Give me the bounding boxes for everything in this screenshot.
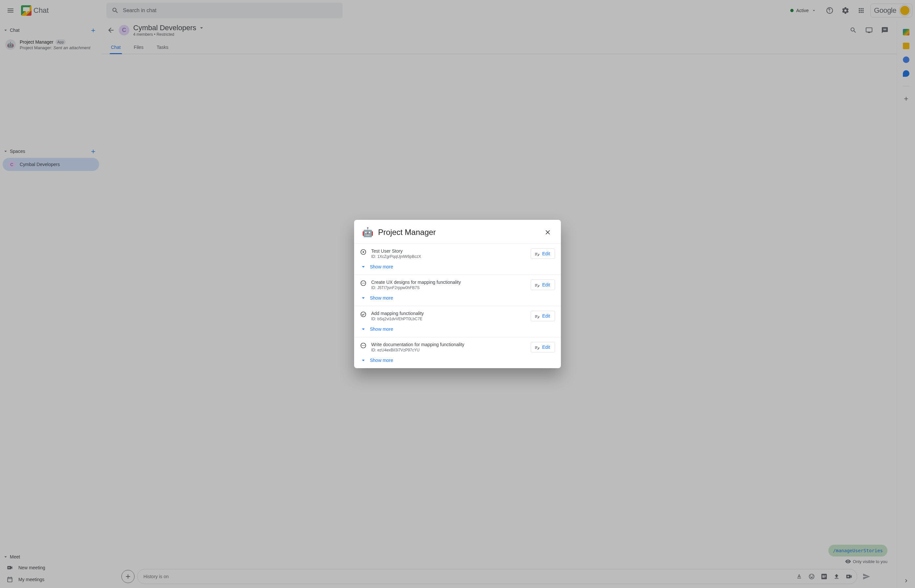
story-title: Write documentation for mapping function… xyxy=(371,342,526,347)
edit-story-button[interactable]: Edit xyxy=(531,311,555,321)
svg-point-1 xyxy=(362,283,363,283)
show-more-button[interactable]: Show more xyxy=(360,326,555,333)
show-more-button[interactable]: Show more xyxy=(360,263,555,270)
show-more-button[interactable]: Show more xyxy=(360,295,555,301)
dialog-header: 🤖 Project Manager xyxy=(354,220,561,244)
show-more-button[interactable]: Show more xyxy=(360,357,555,363)
story-card: Test User StoryID: 1XcZgrPqqUjnlW6pBczXE… xyxy=(354,244,561,275)
dialog-title: Project Manager xyxy=(378,228,436,237)
story-card: Create UX designs for mapping functional… xyxy=(354,275,561,306)
story-id: ID: bSq2vi1dvVEhPT0LbC7E xyxy=(371,317,526,321)
edit-story-button[interactable]: Edit xyxy=(531,342,555,352)
story-status-icon xyxy=(360,280,367,286)
svg-point-7 xyxy=(363,345,364,346)
story-title: Add mapping functionality xyxy=(371,311,526,316)
story-status-icon xyxy=(360,342,367,349)
story-title: Test User Story xyxy=(371,249,526,254)
story-status-icon xyxy=(360,311,367,318)
close-icon xyxy=(544,229,551,236)
svg-point-2 xyxy=(363,283,364,283)
edit-story-button[interactable]: Edit xyxy=(531,249,555,259)
story-id: ID: J5TI7jsnF2rppw0hFB7S xyxy=(371,286,526,290)
svg-point-6 xyxy=(362,345,363,346)
edit-story-button[interactable]: Edit xyxy=(531,279,555,290)
svg-point-3 xyxy=(364,283,365,283)
svg-point-4 xyxy=(361,312,366,317)
story-status-icon xyxy=(360,249,367,255)
story-id: ID: ezU4exBiI3i7VzP97cYU xyxy=(371,348,526,352)
story-title: Create UX designs for mapping functional… xyxy=(371,279,526,285)
story-card: Write documentation for mapping function… xyxy=(354,337,561,368)
story-id: ID: 1XcZgrPqqUjnlW6pBczX xyxy=(371,254,526,259)
story-card: Add mapping functionalityID: bSq2vi1dvVE… xyxy=(354,306,561,337)
robot-icon: 🤖 xyxy=(362,228,373,237)
close-button[interactable] xyxy=(543,227,553,237)
svg-point-8 xyxy=(364,345,365,346)
project-manager-dialog: 🤖 Project Manager Test User StoryID: 1Xc… xyxy=(354,220,561,368)
